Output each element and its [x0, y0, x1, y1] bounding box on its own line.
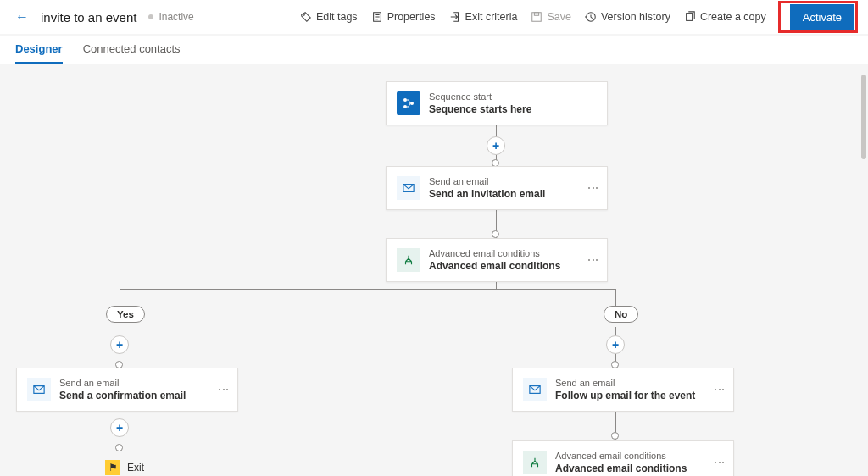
designer-canvas[interactable]: + Yes No + + + Sequence start Sequence s… [0, 64, 868, 476]
connector-line [120, 289, 615, 290]
node-subtitle: Advanced email conditions [429, 247, 560, 259]
svg-rect-5 [687, 14, 693, 21]
save-icon [531, 11, 542, 23]
tab-connected-contacts[interactable]: Connected contacts [83, 36, 181, 64]
tab-bar: Designer Connected contacts [0, 36, 868, 64]
connector-dot [492, 230, 499, 238]
svg-rect-3 [535, 13, 539, 16]
node-sequence-start[interactable]: Sequence start Sequence starts here [386, 81, 608, 125]
create-copy-button[interactable]: Create a copy [677, 5, 773, 29]
condition-icon [397, 248, 420, 272]
flow-start-icon [397, 91, 420, 115]
connector-dot [611, 432, 619, 440]
node-title: Sequence starts here [429, 102, 531, 116]
version-history-button[interactable]: Version history [578, 5, 677, 29]
node-more-icon[interactable]: ⋮ [217, 384, 231, 396]
connector-dot [115, 444, 123, 451]
node-title: Send an invitation email [429, 187, 545, 201]
email-icon [27, 378, 51, 401]
top-bar: ← invite to an event Inactive Edit tags … [0, 0, 868, 34]
node-advanced-conditions[interactable]: Advanced email conditions Advanced email… [386, 238, 608, 282]
node-more-icon[interactable]: ⋮ [587, 254, 600, 267]
svg-point-7 [403, 105, 407, 108]
status-text: Inactive [159, 11, 193, 23]
node-more-icon[interactable]: ⋮ [713, 457, 726, 469]
scrollbar-thumb[interactable] [861, 75, 866, 159]
node-more-icon[interactable]: ⋮ [587, 182, 600, 195]
node-send-invitation[interactable]: Send an email Send an invitation email ⋮ [386, 166, 608, 210]
node-advanced-conditions-2[interactable]: Advanced email conditions Advanced email… [512, 440, 734, 476]
email-icon [523, 378, 547, 401]
add-step-button[interactable]: + [110, 335, 129, 354]
node-title: Advanced email conditions [555, 462, 687, 475]
connector-line [120, 289, 120, 306]
svg-point-8 [410, 102, 414, 105]
history-icon [585, 11, 597, 23]
node-subtitle: Send an email [429, 175, 545, 187]
condition-icon [523, 451, 547, 474]
node-followup-email[interactable]: Send an email Follow up email for the ev… [512, 368, 734, 412]
branch-no-label: No [604, 306, 638, 323]
svg-point-6 [403, 98, 407, 102]
status-dot-icon [148, 14, 153, 19]
exit-label: Exit [127, 462, 144, 473]
edit-tags-button[interactable]: Edit tags [293, 5, 364, 29]
add-step-button[interactable]: + [606, 335, 625, 354]
node-send-confirmation[interactable]: Send an email Send a confirmation email … [16, 368, 238, 412]
exit-step[interactable]: ⚑ Exit [105, 460, 144, 475]
svg-rect-2 [532, 13, 542, 22]
flag-icon: ⚑ [105, 460, 120, 475]
properties-button[interactable]: Properties [364, 5, 442, 29]
highlight-box: Activate [778, 1, 858, 33]
add-step-button[interactable]: + [110, 418, 129, 437]
add-step-button[interactable]: + [487, 136, 505, 155]
exit-criteria-button[interactable]: Exit criteria [442, 5, 525, 29]
node-subtitle: Advanced email conditions [555, 450, 687, 462]
copy-icon [684, 11, 696, 23]
tab-designer[interactable]: Designer [15, 36, 63, 64]
exit-icon [449, 11, 461, 23]
back-arrow-icon[interactable]: ← [10, 6, 34, 28]
branch-yes-label: Yes [106, 306, 145, 323]
page-title: invite to an event [41, 10, 136, 25]
properties-icon [371, 11, 383, 23]
svg-point-0 [303, 14, 304, 16]
node-title: Follow up email for the event [555, 389, 695, 402]
node-subtitle: Send an email [59, 377, 186, 389]
connector-line [615, 289, 616, 306]
node-subtitle: Sequence start [429, 91, 531, 102]
tag-icon [300, 11, 312, 23]
save-button: Save [524, 5, 578, 29]
node-title: Send a confirmation email [59, 389, 186, 402]
node-title: Advanced email conditions [429, 259, 560, 273]
node-subtitle: Send an email [555, 377, 695, 389]
node-more-icon[interactable]: ⋮ [713, 384, 726, 396]
activate-button[interactable]: Activate [790, 4, 854, 30]
email-icon [397, 176, 420, 200]
